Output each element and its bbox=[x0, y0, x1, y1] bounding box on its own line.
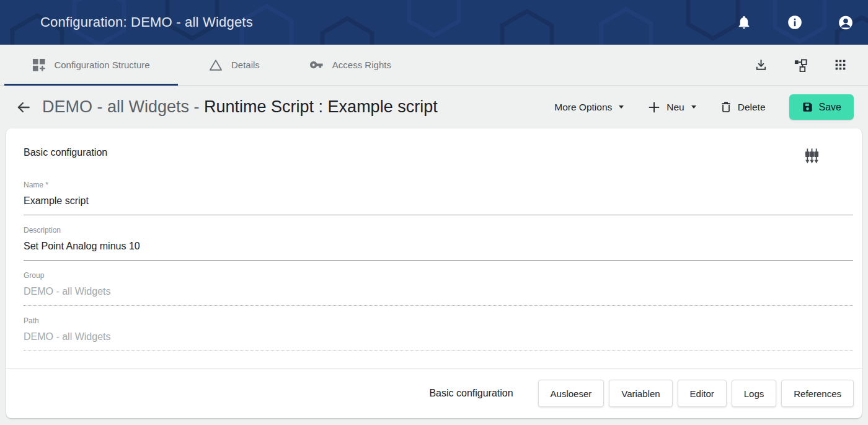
entity-title: DEMO - all Widgets - Runtime Script : Ex… bbox=[42, 97, 438, 117]
delete-button[interactable]: Delete bbox=[720, 101, 766, 114]
tab-label: Configuration Structure bbox=[54, 60, 149, 70]
info-icon bbox=[787, 14, 803, 30]
grid-button[interactable] bbox=[832, 57, 848, 73]
card-header: Basic configuration bbox=[6, 128, 862, 164]
form-fields: Name * Description Group Path bbox=[24, 181, 853, 362]
arrow-back-icon bbox=[16, 99, 32, 115]
grid-dots-icon bbox=[834, 58, 847, 71]
delete-label: Delete bbox=[738, 102, 766, 113]
section-button-editor[interactable]: Editor bbox=[678, 380, 727, 407]
header-actions bbox=[736, 14, 868, 30]
save-floppy-icon bbox=[802, 101, 813, 113]
chevron-down-icon bbox=[691, 105, 696, 109]
new-label: Neu bbox=[666, 102, 684, 113]
path-field: Path bbox=[24, 316, 853, 351]
section-button-variablen[interactable]: Variablen bbox=[609, 380, 672, 407]
tab-configuration-structure[interactable]: Configuration Structure bbox=[4, 45, 178, 85]
key-icon bbox=[309, 58, 324, 72]
group-input bbox=[24, 285, 853, 298]
new-button[interactable]: Neu bbox=[647, 101, 696, 114]
account-icon bbox=[838, 14, 854, 31]
tab-access-rights[interactable]: Access Rights bbox=[291, 45, 410, 85]
save-button[interactable]: Save bbox=[789, 94, 854, 120]
app-header: Configuration: DEMO - all Widgets bbox=[0, 0, 868, 45]
back-button[interactable] bbox=[14, 97, 33, 117]
entity-title-name: Runtime Script : Example script bbox=[204, 97, 438, 116]
tab-label: Access Rights bbox=[332, 60, 391, 70]
download-button[interactable] bbox=[753, 57, 769, 73]
trash-icon bbox=[720, 101, 732, 114]
name-input[interactable] bbox=[24, 195, 853, 207]
toolbar-actions: More Options Neu Delete Save bbox=[554, 94, 868, 120]
tune-button[interactable] bbox=[804, 147, 820, 164]
hierarchy-button[interactable] bbox=[792, 57, 808, 73]
section-button-logs[interactable]: Logs bbox=[732, 380, 777, 407]
section-nav-footer: Basic configuration Ausloeser Variablen … bbox=[6, 368, 862, 418]
plus-icon bbox=[647, 101, 661, 114]
notifications-icon bbox=[737, 15, 751, 30]
basic-configuration-card: Basic configuration Nam bbox=[6, 128, 862, 418]
hierarchy-icon bbox=[794, 58, 808, 72]
app-title: Configuration: DEMO - all Widgets bbox=[40, 14, 253, 30]
group-field: Group bbox=[24, 271, 853, 306]
description-input[interactable] bbox=[24, 240, 853, 253]
section-title: Basic configuration bbox=[24, 147, 107, 158]
warning-triangle-icon bbox=[209, 59, 223, 71]
path-field-label: Path bbox=[24, 316, 853, 325]
chevron-down-icon bbox=[619, 105, 624, 109]
more-options-label: More Options bbox=[554, 102, 612, 113]
tab-bar: Configuration Structure Details Access R… bbox=[0, 45, 868, 86]
description-field-label: Description bbox=[24, 226, 853, 235]
section-button-references[interactable]: References bbox=[781, 380, 854, 407]
group-field-label: Group bbox=[24, 271, 853, 280]
tab-details[interactable]: Details bbox=[178, 45, 291, 85]
tab-label: Details bbox=[231, 60, 260, 70]
active-section-label: Basic configuration bbox=[429, 388, 513, 399]
description-field: Description bbox=[24, 226, 853, 261]
sliders-icon bbox=[804, 148, 820, 164]
save-label: Save bbox=[819, 102, 841, 113]
notifications-button[interactable] bbox=[736, 14, 752, 30]
more-options-button[interactable]: More Options bbox=[554, 102, 624, 113]
path-input bbox=[24, 331, 853, 343]
tab-bar-actions bbox=[753, 45, 868, 85]
account-button[interactable] bbox=[838, 14, 854, 30]
info-button[interactable] bbox=[787, 14, 803, 30]
name-field-label: Name * bbox=[24, 181, 853, 189]
section-button-ausloeser[interactable]: Ausloeser bbox=[538, 380, 604, 407]
entity-title-group: DEMO - all Widgets - bbox=[42, 97, 204, 116]
widgets-add-icon bbox=[32, 58, 45, 71]
entity-toolbar: DEMO - all Widgets - Runtime Script : Ex… bbox=[0, 86, 868, 128]
download-icon bbox=[754, 58, 768, 72]
name-field: Name * bbox=[24, 181, 853, 215]
